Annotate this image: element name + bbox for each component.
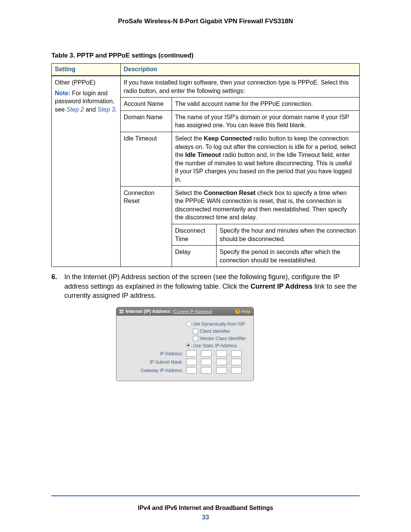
keep-connected-bold: Keep Connected: [204, 135, 252, 142]
sub-desc-disconnect: Specify the hour and minutes when the co…: [217, 224, 360, 246]
ip-octet-input[interactable]: [186, 359, 197, 365]
table-caption: Table 3. PPTP and PPPoE settings (contin…: [51, 52, 360, 59]
setting-cell: Other (PPPoE) Note: For login and passwo…: [52, 76, 121, 267]
step3-link[interactable]: Step 3: [97, 106, 115, 113]
page-number: 33: [0, 514, 411, 521]
ip-octet-input[interactable]: [216, 359, 227, 365]
note-label: Note:: [55, 90, 70, 96]
note-period: .: [115, 106, 116, 113]
conn-reset-subtable: Disconnect Time Specify the hour and min…: [172, 224, 359, 267]
page-content: Table 3. PPTP and PPPoE settings (contin…: [51, 52, 360, 381]
document-page: ProSafe Wireless-N 8-Port Gigabit VPN Fi…: [0, 0, 411, 532]
conn-reset-bold: Connection Reset: [204, 190, 256, 196]
step-6: 6. In the Internet (IP) Address section …: [51, 272, 360, 300]
row-desc-conn-reset: Select the Connection Reset check box to…: [172, 186, 360, 224]
ip-address-inputs: . . .: [186, 350, 242, 357]
step2-link[interactable]: Step 2: [66, 106, 84, 113]
opt-static-row: Use Static IP Address: [120, 343, 250, 348]
ip-octet-input[interactable]: [186, 350, 197, 357]
panel-header: Internet (IP) Address (Current IP Addres…: [116, 307, 253, 316]
panel-body: Get Dynamically from ISP Client Identifi…: [116, 316, 253, 377]
grid-icon: [119, 310, 123, 313]
ip-octet-input[interactable]: [231, 350, 242, 357]
table-row: Other (PPPoE) Note: For login and passwo…: [52, 76, 360, 97]
idle-timeout-bold: Idle Timeout: [185, 152, 221, 158]
help-icon: ?: [235, 309, 240, 314]
conn-reset-subtable-cell: Disconnect Time Specify the hour and min…: [172, 224, 360, 267]
setting-name: Other (PPPoE): [55, 79, 96, 86]
subnet-mask-inputs: . . .: [186, 359, 242, 365]
gateway-row: Gateway IP Address: . . .: [120, 367, 250, 374]
sub-label-disconnect: Disconnect Time: [172, 224, 217, 246]
table-row: Disconnect Time Specify the hour and min…: [172, 224, 359, 246]
help-label: Help: [241, 309, 250, 314]
ip-address-label: IP Address:: [120, 351, 186, 356]
ip-octet-input[interactable]: [231, 367, 242, 374]
ip-address-panel: Internet (IP) Address (Current IP Addres…: [116, 307, 254, 381]
opt-client-id-label: Client Identifier: [200, 329, 230, 334]
subnet-mask-label: IP Subnet Mask:: [120, 359, 186, 365]
step-text: In the Internet (IP) Address section of …: [64, 272, 360, 300]
gateway-inputs: . . .: [186, 367, 242, 374]
footer-rule: [51, 495, 360, 496]
row-desc-domain-name: The name of your ISP's domain or your do…: [172, 110, 360, 132]
row-label-account-name: Account Name: [121, 97, 172, 111]
sub-desc-delay: Specify the period in seconds after whic…: [217, 246, 360, 267]
current-ip-address-bold: Current IP Address: [250, 283, 312, 290]
radio-static[interactable]: [186, 343, 191, 348]
row-label-domain-name: Domain Name: [121, 110, 172, 132]
ip-octet-input[interactable]: [186, 367, 197, 374]
cr-pre: Select the: [175, 190, 204, 196]
help-link[interactable]: ? Help: [235, 309, 250, 314]
step-marker: 6.: [51, 272, 64, 300]
sub-label-delay: Delay: [172, 246, 217, 267]
opt-vendor-id-label: Vendor Class Identifier: [200, 336, 246, 341]
row-label-conn-reset: Connection Reset: [121, 186, 172, 267]
panel-title: Internet (IP) Address: [126, 309, 170, 314]
setting-note: Note: For login and password information…: [55, 89, 117, 114]
ip-octet-input[interactable]: [201, 367, 212, 374]
gateway-label: Gateway IP Address:: [120, 368, 186, 373]
opt-vendor-id-row: Vendor Class Identifier: [120, 336, 250, 341]
ip-octet-input[interactable]: [216, 367, 227, 374]
radio-dynamic[interactable]: [186, 321, 191, 327]
row-label-idle-timeout: Idle Timeout: [121, 132, 172, 186]
ip-address-row: IP Address: . . .: [120, 350, 250, 357]
row-desc-account-name: The valid account name for the PPPoE con…: [172, 97, 360, 111]
footer-section: IPv4 and IPv6 Internet and Broadband Set…: [0, 505, 411, 511]
current-ip-address-link[interactable]: (Current IP Address): [173, 309, 213, 314]
desc-intro: If you have installed login software, th…: [121, 76, 360, 97]
checkbox-vendor-id[interactable]: [193, 336, 198, 341]
ip-octet-input[interactable]: [201, 350, 212, 357]
col-description: Description: [121, 64, 360, 76]
idle-pre: Select the: [175, 135, 204, 142]
col-setting: Setting: [52, 64, 121, 76]
subnet-mask-row: IP Subnet Mask: . . .: [120, 359, 250, 365]
checkbox-client-id[interactable]: [193, 329, 198, 334]
opt-dynamic-row: Get Dynamically from ISP: [120, 321, 250, 327]
opt-client-id-row: Client Identifier: [120, 329, 250, 334]
note-and: and: [84, 106, 98, 113]
table-row: Delay Specify the period in seconds afte…: [172, 246, 359, 267]
opt-dynamic-label: Get Dynamically from ISP: [193, 321, 245, 327]
ip-octet-input[interactable]: [231, 359, 242, 365]
product-title: ProSafe Wireless-N 8-Port Gigabit VPN Fi…: [0, 0, 411, 25]
opt-static-label: Use Static IP Address: [193, 343, 237, 348]
table-header-row: Setting Description: [52, 64, 360, 76]
settings-table: Setting Description Other (PPPoE) Note: …: [51, 63, 360, 267]
ip-octet-input[interactable]: [216, 350, 227, 357]
ip-octet-input[interactable]: [201, 359, 212, 365]
row-desc-idle-timeout: Select the Keep Connected radio button t…: [172, 132, 360, 186]
